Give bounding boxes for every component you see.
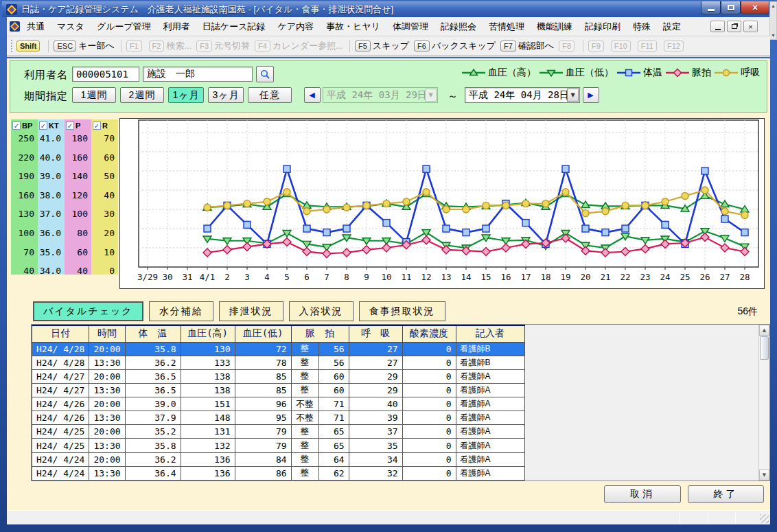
- tab-入浴状況[interactable]: 入浴状況: [289, 301, 353, 321]
- user-name-field[interactable]: 施設 一郎: [143, 67, 253, 82]
- period-button-任意[interactable]: 任意: [248, 87, 292, 103]
- tab-排泄状況[interactable]: 排泄状況: [219, 301, 283, 321]
- mdi-minimize-button[interactable]: [710, 21, 725, 32]
- cell-bp_high: 138: [181, 369, 235, 383]
- scroll-down-icon[interactable]: ▼: [771, 33, 776, 38]
- close-icon: ×: [752, 2, 758, 13]
- table-row[interactable]: H24/ 4/2513:3035.813279整65350看護師A: [32, 439, 525, 452]
- menu-item-設定[interactable]: 設定: [657, 19, 687, 34]
- svg-text:10: 10: [381, 272, 391, 282]
- mdi-restore-icon: [732, 24, 737, 29]
- table-scrollbar[interactable]: ▲ ▼: [758, 325, 769, 481]
- table-row[interactable]: H24/ 4/2720:0036.513885整60290看護師A: [32, 369, 525, 383]
- toolbar-scroll-strip[interactable]: ▲ ▼: [769, 1, 777, 40]
- table-row[interactable]: H24/ 4/2613:3037.914895不整71390看護師A: [32, 411, 525, 425]
- date-next-button[interactable]: ▶: [583, 87, 599, 103]
- tab-食事摂取状況[interactable]: 食事摂取状況: [359, 301, 445, 321]
- exit-button[interactable]: 終了: [688, 485, 764, 503]
- cell-oxygen: 0: [402, 411, 456, 425]
- menu-item-利用者[interactable]: 利用者: [157, 19, 196, 34]
- cell-bp_low: 85: [235, 369, 291, 383]
- cell-pulse: 62: [318, 466, 349, 480]
- table-row[interactable]: H24/ 4/2813:3036.213378整56270看護師B: [32, 356, 525, 369]
- cell-recorder: 看護師B: [456, 342, 524, 356]
- table-row[interactable]: H24/ 4/2620:0039.015196不整71400看護師A: [32, 397, 525, 411]
- close-button[interactable]: ×: [741, 1, 769, 14]
- table-row[interactable]: H24/ 4/2713:3036.513885整60290看護師A: [32, 383, 525, 397]
- legend-item-脈拍: 脈拍: [665, 67, 711, 79]
- record-count: 56件: [737, 305, 758, 318]
- cell-resp: 39: [349, 411, 402, 425]
- checkbox-BP[interactable]: ✓: [12, 122, 21, 130]
- table-row[interactable]: H24/ 4/2413:3036.413686整62320看護師A: [32, 466, 525, 480]
- fkey-label-F2: 検索...: [166, 40, 192, 52]
- minimize-icon: [708, 9, 715, 11]
- fkey-ESC[interactable]: ESCキー部へ: [54, 40, 114, 52]
- cell-recorder: 看護師A: [456, 369, 524, 383]
- cell-oxygen: 0: [402, 425, 456, 439]
- axis-tick-label: 190: [11, 171, 34, 181]
- cancel-button[interactable]: 取消: [604, 485, 681, 503]
- tab-バイタルチェック[interactable]: バイタルチェック: [33, 301, 143, 321]
- checkbox-KT[interactable]: ✓: [39, 122, 47, 130]
- date-to-dropdown-button[interactable]: ▼: [567, 89, 579, 102]
- scrollbar-up-icon[interactable]: ▲: [759, 325, 769, 336]
- axis-tick-label: 60: [91, 152, 115, 163]
- period-button-1ヶ月[interactable]: 1ヶ月: [168, 87, 204, 103]
- menu-item-記録照会[interactable]: 記録照会: [434, 19, 483, 34]
- menu-item-機能訓練[interactable]: 機能訓練: [531, 19, 579, 34]
- mdi-restore-button[interactable]: [727, 21, 741, 32]
- scrollbar-down-icon[interactable]: ▼: [759, 470, 769, 481]
- menu-item-マスタ[interactable]: マスタ: [51, 19, 91, 34]
- minimize-button[interactable]: [701, 1, 721, 14]
- cell-time: 13:30: [89, 439, 125, 452]
- menu-item-苦情処理[interactable]: 苦情処理: [483, 19, 531, 34]
- period-button-1週間[interactable]: 1週間: [72, 87, 116, 103]
- resize-grip[interactable]: [760, 514, 769, 523]
- fkey-F10: F10: [611, 41, 633, 51]
- date-prev-button[interactable]: ◀: [304, 87, 321, 103]
- tab-水分補給[interactable]: 水分補給: [149, 301, 213, 321]
- axis-tick-label: 130: [11, 209, 34, 219]
- category-tabs: バイタルチェック水分補給排泄状況入浴状況食事摂取状況: [33, 301, 445, 321]
- checkbox-R[interactable]: ✓: [93, 122, 101, 130]
- title-bar[interactable]: 日誌・ケア記録管理システム 介護老人福祉施設南国苑 - [バイタル・食事・排泄状…: [2, 1, 775, 17]
- maximize-button[interactable]: [721, 1, 741, 14]
- menu-item-日誌ケース記録[interactable]: 日誌ケース記録: [196, 19, 272, 34]
- menu-item-共通[interactable]: 共通: [21, 19, 51, 34]
- menu-item-特殊[interactable]: 特殊: [627, 19, 657, 34]
- user-code-field[interactable]: 000005101: [72, 67, 139, 82]
- cell-bp_high: 138: [181, 383, 235, 397]
- menu-item-体調管理[interactable]: 体調管理: [386, 19, 434, 34]
- fkey-Shift[interactable]: Shift: [16, 41, 42, 51]
- period-button-3ヶ月[interactable]: 3ヶ月: [208, 87, 244, 103]
- axis-id-label: BP: [22, 122, 32, 130]
- scroll-up-icon[interactable]: ▲: [771, 3, 776, 8]
- svg-text:3: 3: [244, 272, 250, 282]
- table-row[interactable]: H24/ 4/2520:0035.213179整65370看護師A: [32, 425, 525, 439]
- fkey-F7[interactable]: F7確認部へ: [500, 40, 554, 52]
- cell-pulse: 64: [318, 452, 349, 466]
- menu-item-記録印刷[interactable]: 記録印刷: [579, 19, 627, 34]
- status-bar: [7, 510, 770, 524]
- scrollbar-thumb[interactable]: [760, 336, 769, 360]
- menu-item-ケア内容[interactable]: ケア内容: [271, 19, 320, 34]
- mdi-close-button[interactable]: ×: [743, 21, 758, 32]
- user-search-button[interactable]: [256, 66, 274, 82]
- checkbox-P[interactable]: ✓: [66, 122, 74, 130]
- mdi-child-icon[interactable]: [10, 21, 21, 32]
- fkey-F6[interactable]: F6バックスキップ: [414, 40, 496, 52]
- axis-tick-label: 35.0: [38, 247, 61, 257]
- cell-bp_low: 86: [235, 466, 291, 480]
- menu-item-事故・ヒヤリ[interactable]: 事故・ヒヤリ: [320, 19, 386, 34]
- table-row[interactable]: H24/ 4/2820:0035.813072整56270看護師B: [32, 342, 525, 356]
- table-row[interactable]: H24/ 4/2420:0036.213684整64340看護師A: [32, 452, 525, 466]
- svg-text:24: 24: [660, 272, 670, 282]
- toolbar-grip[interactable]: [11, 40, 13, 52]
- date-to-field[interactable]: 平成 24年 04月 28日 ▼: [465, 87, 580, 103]
- cell-date: H24/ 4/25: [32, 425, 89, 439]
- menu-item-グループ管理[interactable]: グループ管理: [91, 19, 157, 34]
- fkey-F5[interactable]: F5スキップ: [355, 40, 409, 52]
- cell-oxygen: 0: [402, 356, 456, 369]
- period-button-2週間[interactable]: 2週間: [120, 87, 164, 103]
